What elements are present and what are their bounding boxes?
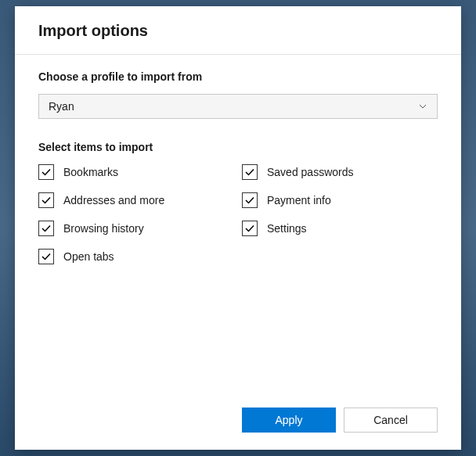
checkbox-label-open-tabs: Open tabs xyxy=(63,250,114,263)
checkbox-item-open-tabs: Open tabs xyxy=(38,249,234,264)
dialog-title: Import options xyxy=(38,22,438,40)
dialog-header: Import options xyxy=(15,6,461,40)
checkmark-icon xyxy=(41,195,52,206)
checkbox-payment-info[interactable] xyxy=(242,192,258,208)
checkbox-item-saved-passwords: Saved passwords xyxy=(242,164,438,180)
profile-section-label: Choose a profile to import from xyxy=(38,70,438,83)
checkbox-item-addresses: Addresses and more xyxy=(38,192,234,208)
checkbox-label-settings: Settings xyxy=(267,222,307,235)
profile-dropdown-value: Ryan xyxy=(49,100,74,113)
checkbox-item-bookmarks: Bookmarks xyxy=(38,164,234,180)
checkbox-label-bookmarks: Bookmarks xyxy=(63,166,118,178)
checkmark-icon xyxy=(41,223,52,234)
checkmark-icon xyxy=(41,167,52,178)
checkbox-settings[interactable] xyxy=(242,221,258,236)
checkbox-addresses[interactable] xyxy=(38,192,54,208)
checkbox-browsing-history[interactable] xyxy=(38,221,54,236)
checkmark-icon xyxy=(41,251,52,262)
checkbox-label-browsing-history: Browsing history xyxy=(63,222,144,235)
checkbox-item-payment-info: Payment info xyxy=(242,192,438,208)
checkbox-bookmarks[interactable] xyxy=(38,164,54,180)
checkbox-label-saved-passwords: Saved passwords xyxy=(267,166,354,178)
items-section-label: Select items to import xyxy=(38,141,438,153)
checkbox-saved-passwords[interactable] xyxy=(242,164,258,180)
checkbox-grid: Bookmarks Saved passwords Addresses and … xyxy=(38,164,438,264)
apply-button[interactable]: Apply xyxy=(242,408,336,433)
chevron-down-icon xyxy=(418,102,427,111)
checkmark-icon xyxy=(244,195,255,206)
import-options-dialog: Import options Choose a profile to impor… xyxy=(15,6,461,450)
checkmark-icon xyxy=(244,167,255,178)
checkmark-icon xyxy=(244,223,255,234)
checkbox-open-tabs[interactable] xyxy=(38,249,54,264)
dialog-content: Choose a profile to import from Ryan Sel… xyxy=(15,55,461,393)
checkbox-item-settings: Settings xyxy=(242,221,438,236)
dialog-footer: Apply Cancel xyxy=(15,393,461,450)
checkbox-label-payment-info: Payment info xyxy=(267,194,331,206)
checkbox-label-addresses: Addresses and more xyxy=(63,194,164,206)
cancel-button[interactable]: Cancel xyxy=(344,408,438,433)
checkbox-item-browsing-history: Browsing history xyxy=(38,221,234,236)
profile-dropdown[interactable]: Ryan xyxy=(38,94,438,119)
